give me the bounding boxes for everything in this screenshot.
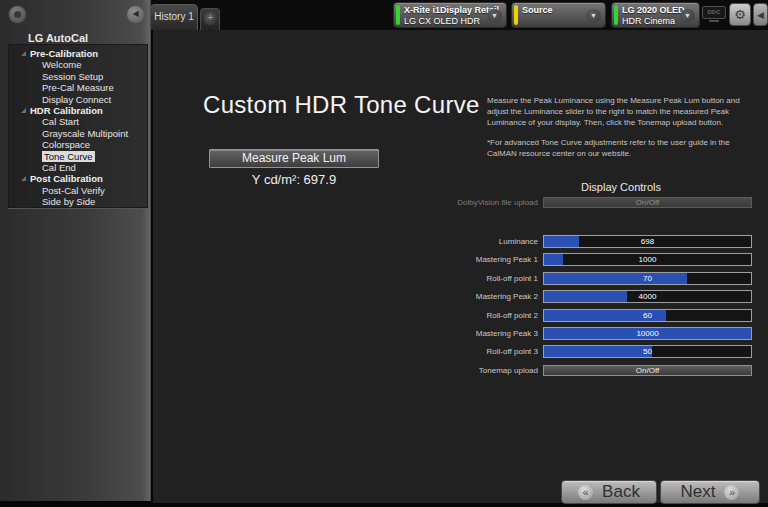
sidebar-nav: Pre-CalibrationWelcomeSession SetupPre-C… (8, 44, 148, 208)
instructions: Measure the Peak Luminance using the Mea… (487, 95, 761, 159)
sidebar-item-tone-curve[interactable]: Tone Curve (9, 151, 147, 162)
next-arrow-icon: » (724, 485, 739, 500)
sidebar-item-pre-cal-measure[interactable]: Pre-Cal Measure (9, 82, 147, 93)
slider-label: Mastering Peak 3 (430, 329, 543, 338)
workflow-title: LG AutoCal (28, 32, 88, 44)
nav-item-label: Colorspace (42, 139, 90, 150)
back-arrow-icon: « (578, 485, 593, 500)
back-button[interactable]: « Back (561, 480, 657, 504)
sidebar-item-side-by-side[interactable]: Side by Side (9, 196, 147, 207)
slider-value: 10000 (544, 328, 751, 339)
slider-value: 698 (544, 236, 751, 247)
slider-value: 50 (544, 346, 751, 357)
slider-mastering-peak-3[interactable]: 10000 (543, 327, 752, 340)
add-tab-button[interactable]: + (200, 8, 220, 30)
plus-icon: + (204, 12, 217, 25)
nav-item-label: Grayscale Multipoint (42, 128, 128, 139)
sidebar-item-welcome[interactable]: Welcome (9, 59, 147, 70)
tonemap-upload-button[interactable]: On/Off (543, 365, 752, 376)
sidebar-item-cal-end[interactable]: Cal End (9, 162, 147, 173)
slider-label: Roll-off point 1 (430, 274, 543, 283)
nav-item-label: Tone Curve (42, 151, 95, 162)
slider-mastering-peak-2[interactable]: 4000 (543, 290, 752, 303)
slider-label: Mastering Peak 2 (430, 292, 543, 301)
tonemap-upload-row: Tonemap upload On/Off (430, 365, 761, 381)
tab-history-1[interactable]: History 1 (150, 4, 198, 30)
slider-luminance[interactable]: 698 (543, 235, 752, 248)
slider-row-mastering-peak-3: Mastering Peak 310000 (430, 327, 761, 340)
nav-section-label: Post Calibration (30, 173, 103, 184)
display-status-indicator (614, 5, 618, 25)
sidebar-item-grayscale-multipoint[interactable]: Grayscale Multipoint (9, 128, 147, 139)
source-name: Source (522, 5, 583, 16)
sidebar-item-post-cal-verify[interactable]: Post-Cal Verify (9, 185, 147, 196)
meter-name: X-Rite i1Display Retail (404, 5, 484, 16)
slider-row-luminance: Luminance698 (430, 235, 761, 248)
slider-row-mastering-peak-1: Mastering Peak 11000 (430, 253, 761, 266)
instructions-paragraph-2: *For advanced Tone Curve adjustments ref… (487, 137, 761, 159)
slider-row-roll-off-point-1: Roll-off point 170 (430, 272, 761, 285)
slider-mastering-peak-1[interactable]: 1000 (543, 253, 752, 266)
meter-dropdown[interactable]: X-Rite i1Display Retail LG CX OLED HDR ▼ (393, 2, 507, 28)
slider-value: 60 (544, 310, 751, 321)
slider-value: 1000 (544, 254, 751, 265)
page-title: Custom HDR Tone Curve (203, 91, 480, 119)
expander-icon (21, 176, 26, 181)
slider-row-roll-off-point-2: Roll-off point 260 (430, 309, 761, 322)
ddc-stand (709, 20, 719, 22)
ddc-label: DDC (702, 6, 726, 19)
display-dropdown[interactable]: LG 2020 OLED HDR Cinema ▼ (611, 2, 700, 28)
sidebar-item-cal-start[interactable]: Cal Start (9, 116, 147, 127)
slider-label: Roll-off point 2 (430, 311, 543, 320)
source-status-indicator (514, 5, 518, 25)
chevron-down-icon[interactable]: ▼ (586, 9, 601, 23)
nav-item-label: Post-Cal Verify (42, 185, 105, 196)
slider-row-roll-off-point-3: Roll-off point 350 (430, 345, 761, 358)
slider-value: 4000 (544, 291, 751, 302)
nav-item-label: Display Connect (42, 94, 111, 105)
nav-item-label: Cal Start (42, 116, 79, 127)
ddc-monitor-icon[interactable]: DDC (702, 6, 726, 24)
nav-section-label: HDR Calibration (30, 105, 103, 116)
collapse-sidebar-icon[interactable]: ◀ (127, 6, 144, 23)
measure-peak-lum-button[interactable]: Measure Peak Lum (209, 149, 379, 168)
display-name: LG 2020 OLED (622, 5, 677, 16)
nav-item-label: Session Setup (42, 71, 103, 82)
sidebar-item-colorspace[interactable]: Colorspace (9, 139, 147, 150)
nav-item-label: Side by Side (42, 196, 95, 207)
meter-status-indicator (396, 5, 400, 25)
slider-roll-off-point-2[interactable]: 60 (543, 309, 752, 322)
expander-icon (21, 51, 26, 56)
collapse-right-panel-icon[interactable]: ◀ (753, 3, 768, 26)
slider-label: Luminance (430, 237, 543, 246)
nav-section-post-calibration[interactable]: Post Calibration (9, 173, 147, 184)
sliders: Luminance698Mastering Peak 11000Roll-off… (430, 235, 761, 364)
slider-roll-off-point-3[interactable]: 50 (543, 345, 752, 358)
tonemap-upload-label: Tonemap upload (430, 366, 543, 375)
sidebar-item-session-setup[interactable]: Session Setup (9, 71, 147, 82)
measured-luminance-value: Y cd/m²: 697.9 (209, 172, 379, 187)
chevron-down-icon[interactable]: ▼ (487, 9, 502, 23)
nav-section-hdr-calibration[interactable]: HDR Calibration (9, 105, 147, 116)
display-mode: HDR Cinema (622, 16, 677, 27)
slider-roll-off-point-1[interactable]: 70 (543, 272, 752, 285)
slider-value: 70 (544, 273, 751, 284)
record-icon[interactable] (8, 5, 27, 24)
sidebar-item-display-connect[interactable]: Display Connect (9, 94, 147, 105)
expander-icon (21, 108, 26, 113)
source-dropdown[interactable]: Source ▼ (511, 2, 606, 28)
meter-mode: LG CX OLED HDR (404, 16, 484, 27)
nav-section-label: Pre-Calibration (30, 48, 98, 59)
gear-icon[interactable]: ⚙ (729, 3, 751, 26)
nav-item-label: Cal End (42, 162, 76, 173)
chevron-down-icon[interactable]: ▼ (680, 9, 695, 23)
dolbyvision-upload-label: DolbyVision file upload (430, 198, 543, 207)
dolbyvision-upload-button[interactable]: On/Off (543, 197, 752, 208)
slider-label: Mastering Peak 1 (430, 255, 543, 264)
slider-label: Roll-off point 3 (430, 347, 543, 356)
nav-section-pre-calibration[interactable]: Pre-Calibration (9, 48, 147, 59)
next-button[interactable]: Next » (660, 480, 760, 504)
main-content: Custom HDR Tone Curve Measure Peak Lum Y… (153, 30, 768, 503)
display-controls-title: Display Controls (485, 181, 757, 193)
back-button-label: Back (602, 482, 640, 502)
